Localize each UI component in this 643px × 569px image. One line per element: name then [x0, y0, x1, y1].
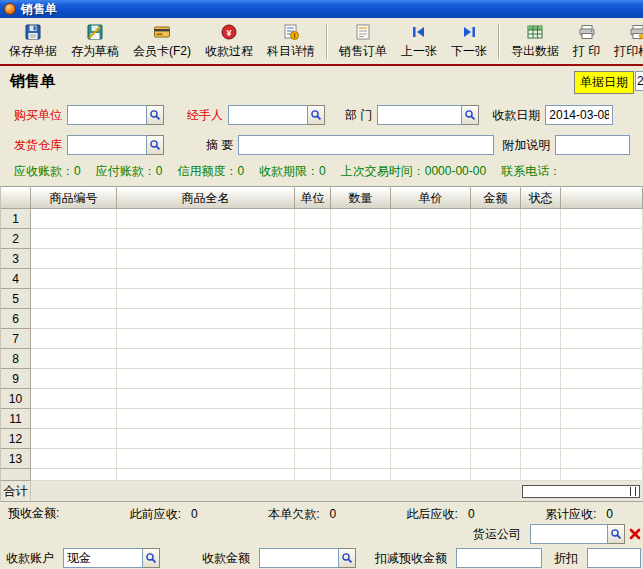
- receipt-date-input[interactable]: [545, 105, 613, 125]
- cell-amount[interactable]: [471, 389, 521, 409]
- cell-amount[interactable]: [471, 369, 521, 389]
- cell-product-name[interactable]: [117, 269, 295, 289]
- row-number-cell[interactable]: 4: [1, 269, 31, 289]
- cell-unit-price[interactable]: [391, 229, 471, 249]
- cell-unit[interactable]: [295, 289, 331, 309]
- cell-amount[interactable]: [471, 409, 521, 429]
- cell-unit[interactable]: [295, 229, 331, 249]
- cell-product-code[interactable]: [31, 209, 117, 229]
- cell-product-name[interactable]: [117, 389, 295, 409]
- cell-quantity[interactable]: [331, 349, 391, 369]
- toolbar-payment-process-button[interactable]: ¥ 收款过程: [198, 20, 260, 63]
- cell-product-code[interactable]: [31, 429, 117, 449]
- cell-status[interactable]: [521, 289, 561, 309]
- horizontal-scrollbar[interactable]: [522, 485, 640, 498]
- row-number-cell[interactable]: 7: [1, 329, 31, 349]
- cell-quantity[interactable]: [331, 329, 391, 349]
- cell-unit-price[interactable]: [391, 309, 471, 329]
- cell-product-name[interactable]: [117, 369, 295, 389]
- row-number-cell[interactable]: 12: [1, 429, 31, 449]
- toolbar-save-button[interactable]: 保存单据: [2, 20, 64, 63]
- freight-lookup-button[interactable]: [608, 524, 625, 544]
- cell-unit-price[interactable]: [391, 349, 471, 369]
- cell-status[interactable]: [521, 409, 561, 429]
- cell-product-code[interactable]: [31, 229, 117, 249]
- buyer-input[interactable]: [67, 105, 147, 125]
- cell-quantity[interactable]: [331, 429, 391, 449]
- handler-lookup-button[interactable]: [308, 105, 325, 125]
- cell-amount[interactable]: [471, 269, 521, 289]
- payment-account-lookup-button[interactable]: [143, 548, 160, 568]
- cell-unit[interactable]: [295, 389, 331, 409]
- cell-unit[interactable]: [295, 369, 331, 389]
- row-number-cell[interactable]: 1: [1, 209, 31, 229]
- cell-amount[interactable]: [471, 349, 521, 369]
- buyer-lookup-button[interactable]: [147, 105, 164, 125]
- cell-amount[interactable]: [471, 449, 521, 469]
- cell-product-code[interactable]: [31, 409, 117, 429]
- cell-quantity[interactable]: [331, 289, 391, 309]
- cell-product-code[interactable]: [31, 449, 117, 469]
- cell-amount[interactable]: [471, 309, 521, 329]
- cell-unit[interactable]: [295, 449, 331, 469]
- cell-status[interactable]: [521, 369, 561, 389]
- cell-product-code[interactable]: [31, 389, 117, 409]
- cell-status[interactable]: [521, 389, 561, 409]
- summary-input[interactable]: [238, 135, 494, 155]
- cell-product-name[interactable]: [117, 349, 295, 369]
- cell-unit-price[interactable]: [391, 389, 471, 409]
- cell-unit[interactable]: [295, 309, 331, 329]
- toolbar-print-button[interactable]: 打 印: [566, 20, 607, 63]
- cell-product-code[interactable]: [31, 269, 117, 289]
- payment-amount-lookup-button[interactable]: [339, 548, 356, 568]
- row-number-cell[interactable]: 9: [1, 369, 31, 389]
- cell-product-code[interactable]: [31, 289, 117, 309]
- warehouse-input[interactable]: [67, 135, 147, 155]
- cell-product-name[interactable]: [117, 449, 295, 469]
- row-number-cell[interactable]: 11: [1, 409, 31, 429]
- cell-quantity[interactable]: [331, 409, 391, 429]
- cell-unit[interactable]: [295, 429, 331, 449]
- cell-amount[interactable]: [471, 229, 521, 249]
- cell-unit[interactable]: [295, 249, 331, 269]
- document-date-field-clipped[interactable]: 2: [635, 71, 643, 91]
- toolbar-next-button[interactable]: 下一张: [444, 20, 494, 63]
- cell-status[interactable]: [521, 309, 561, 329]
- cell-quantity[interactable]: [331, 269, 391, 289]
- cell-product-name[interactable]: [117, 209, 295, 229]
- cell-product-code[interactable]: [31, 329, 117, 349]
- cell-unit-price[interactable]: [391, 409, 471, 429]
- toolbar-export-button[interactable]: 导出数据: [504, 20, 566, 63]
- cell-unit-price[interactable]: [391, 429, 471, 449]
- cell-unit-price[interactable]: [391, 329, 471, 349]
- cell-amount[interactable]: [471, 209, 521, 229]
- cell-status[interactable]: [521, 229, 561, 249]
- payment-account-input[interactable]: [63, 548, 143, 568]
- cell-product-name[interactable]: [117, 409, 295, 429]
- department-input[interactable]: [377, 105, 462, 125]
- cell-product-name[interactable]: [117, 329, 295, 349]
- cell-quantity[interactable]: [331, 449, 391, 469]
- row-number-cell[interactable]: 6: [1, 309, 31, 329]
- cell-status[interactable]: [521, 269, 561, 289]
- deduct-advance-input[interactable]: [456, 548, 542, 568]
- freight-company-input[interactable]: [530, 524, 608, 544]
- cell-status[interactable]: [521, 449, 561, 469]
- cell-product-code[interactable]: [31, 249, 117, 269]
- cell-quantity[interactable]: [331, 389, 391, 409]
- cell-unit-price[interactable]: [391, 369, 471, 389]
- cell-unit[interactable]: [295, 209, 331, 229]
- toolbar-previous-button[interactable]: 上一张: [394, 20, 444, 63]
- cell-quantity[interactable]: [331, 369, 391, 389]
- cell-amount[interactable]: [471, 249, 521, 269]
- discount-input[interactable]: [587, 548, 641, 568]
- cell-status[interactable]: [521, 349, 561, 369]
- clear-freight-icon[interactable]: [629, 528, 641, 540]
- cell-unit-price[interactable]: [391, 269, 471, 289]
- document-date-button[interactable]: 单据日期: [574, 71, 634, 94]
- cell-product-code[interactable]: [31, 369, 117, 389]
- row-number-cell[interactable]: 2: [1, 229, 31, 249]
- cell-amount[interactable]: [471, 289, 521, 309]
- warehouse-lookup-button[interactable]: [147, 135, 164, 155]
- cell-unit-price[interactable]: [391, 289, 471, 309]
